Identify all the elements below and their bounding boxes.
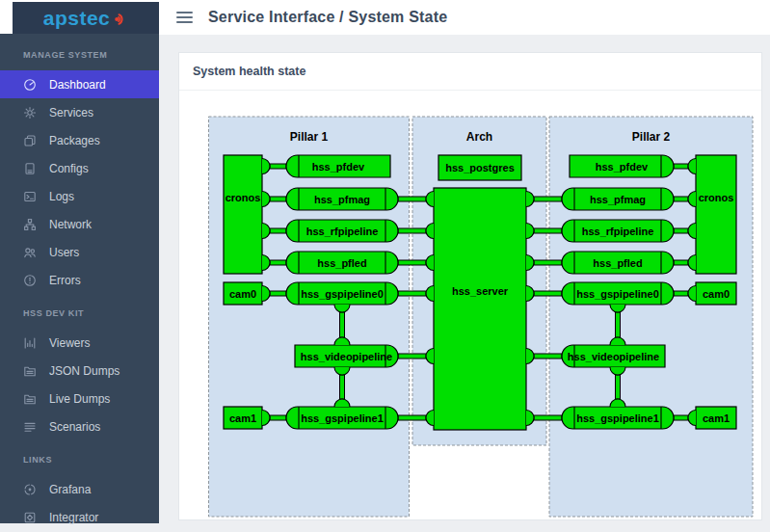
logo-text: apstec (43, 8, 111, 28)
sidebar-item-scenarios[interactable]: Scenarios (0, 412, 159, 440)
diagram-node-p1_cam0: cam0 (224, 282, 262, 305)
cluster-label-pillar2: Pillar 2 (632, 130, 671, 144)
node-label: hss_gspipeline1 (576, 412, 659, 424)
card-title: System health state (193, 65, 305, 78)
diagram-node-p1_rfpipeline: hss_rfpipeline (286, 220, 398, 242)
diagram-edge (616, 375, 621, 399)
sidebar-item-viewers[interactable]: Viewers (0, 329, 159, 357)
sidebar-item-configs[interactable]: Configs (0, 154, 159, 182)
node-label: hss_pfdev (312, 161, 365, 173)
sidebar-item-label: Configs (49, 162, 89, 175)
sidebar-item-label: Integrator (49, 511, 98, 524)
diagram-edge (674, 291, 688, 296)
diagram-edge (398, 354, 426, 359)
users-icon (23, 246, 37, 259)
sidebar-item-network[interactable]: Network (0, 210, 159, 238)
sidebar-item-packages[interactable]: Packages (0, 126, 159, 154)
diagram-node-p2_gsp0: hss_gspipeline0 (562, 282, 674, 305)
menu-toggle-icon[interactable] (176, 12, 193, 23)
node-label: hss_pfmag (314, 194, 370, 205)
diagram-edge (398, 197, 426, 201)
node-label: hss_videopipeline (301, 351, 392, 362)
diagram-node-p2_video: hss_videopipeline (562, 345, 665, 367)
cluster-label-arch: Arch (466, 130, 492, 144)
diagram-node-p1_video: hss_videopipeline (295, 345, 398, 367)
sidebar-item-json-dumps[interactable]: JSON Dumps (0, 357, 159, 385)
gauge-icon (23, 78, 37, 92)
diagram-node-p1_cronos: cronos (224, 155, 262, 274)
node-label: cam1 (703, 412, 730, 424)
diagram-edge (340, 375, 345, 399)
diagram-edge (398, 260, 426, 265)
diagram-node-p1_pfdev: hss_pfdev (286, 155, 390, 177)
sidebar-item-grafana[interactable]: Grafana (0, 475, 159, 503)
diagram-edge (270, 228, 286, 233)
chart-icon (23, 336, 37, 350)
card-header: System health state (179, 53, 761, 91)
gear-icon (23, 106, 37, 120)
diagram-edge (616, 312, 621, 337)
sidebar-item-label: Services (49, 106, 93, 120)
diagram-edge (534, 415, 562, 420)
node-label: hss_pfled (317, 257, 366, 269)
terminal-icon (23, 190, 37, 203)
diagram-edge (674, 197, 688, 201)
sidebar-item-label: Dashboard (49, 78, 106, 92)
sidebar-item-logs[interactable]: Logs (0, 182, 159, 210)
diagram-edge (674, 415, 688, 420)
node-label: hss_postgres (445, 162, 515, 173)
diagram-edge (398, 291, 426, 296)
diagram-node-p2_cronos: cronos (696, 155, 736, 274)
diagram-node-p2_pfled: hss_pfled (562, 252, 674, 274)
diagram-node-arch_server: hss_server (434, 188, 526, 430)
node-label: cam0 (703, 288, 730, 300)
logo[interactable]: apstec (13, 2, 159, 34)
grafana-icon (23, 483, 37, 496)
sidebar-item-live-dumps[interactable]: Live Dumps (0, 385, 159, 412)
sidebar-item-users[interactable]: Users (0, 238, 159, 266)
diagram-node-p1_pfled: hss_pfled (286, 252, 398, 274)
diagram-node-p1_cam1: cam1 (224, 407, 262, 429)
page-title: Service Interface / System State (208, 9, 447, 26)
node-label: hss_gspipeline0 (576, 288, 659, 300)
network-icon (23, 218, 37, 231)
diagram-edge (534, 260, 562, 265)
folder-icon (23, 392, 37, 406)
node-label: hss_videopipeline (568, 351, 659, 362)
diagram-node-p1_pfmag: hss_pfmag (286, 188, 398, 210)
diagram-edge (270, 260, 286, 265)
sidebar-item-dashboard[interactable]: Dashboard (0, 70, 159, 98)
sidebar-item-integrator[interactable]: Integrator (0, 503, 159, 531)
packages-icon (23, 134, 37, 147)
sidebar-item-label: Viewers (49, 336, 90, 350)
sidebar-item-label: Users (49, 246, 79, 259)
node-label: hss_pfmag (590, 194, 646, 205)
diagram-edge (398, 415, 426, 420)
app-window: { "app": { "logo_text": "apstec", "heade… (0, 0, 770, 532)
sidebar-item-label: Network (49, 218, 92, 231)
cluster-label-pillar1: Pillar 1 (290, 130, 329, 144)
node-label: hss_pfled (593, 257, 642, 269)
diagram-edge (674, 228, 688, 233)
sidebar-item-label: Scenarios (49, 420, 100, 434)
sidebar-item-label: Packages (49, 134, 100, 147)
diagram-edge (340, 312, 345, 337)
diagram-edge (270, 291, 286, 296)
sidebar-section-label-manage-system: MANAGE SYSTEM (23, 49, 159, 61)
sidebar-item-label: Logs (49, 190, 74, 203)
list-icon (23, 420, 37, 434)
sidebar-item-errors[interactable]: Errors (0, 266, 159, 294)
diagram-edge (270, 197, 286, 201)
node-label: hss_server (452, 285, 509, 297)
diagram-node-p2_gsp1: hss_gspipeline1 (562, 407, 674, 429)
diagram-node-arch_postgres: hss_postgres (438, 155, 521, 180)
diagram-edge (534, 354, 562, 359)
diagram-canvas: Pillar 1ArchPillar 2cronoshss_pfdevhss_p… (208, 115, 754, 519)
sidebar-item-label: Errors (49, 274, 81, 287)
sidebar-section-label-links: LINKS (23, 454, 159, 466)
sidebar-item-services[interactable]: Services (0, 98, 159, 126)
diagram-edge (534, 228, 562, 233)
folder-icon (23, 364, 37, 378)
diagram-node-p2_cam1: cam1 (696, 407, 736, 429)
diagram-edge (534, 291, 562, 296)
